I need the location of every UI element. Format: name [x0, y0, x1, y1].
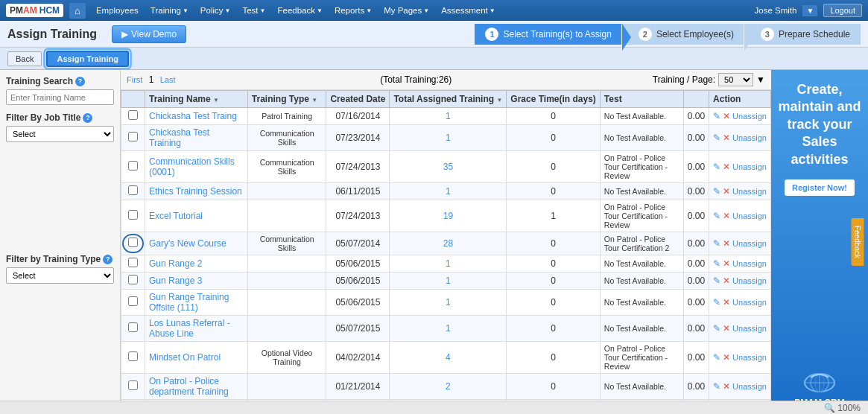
unassign-link-0[interactable]: Unassign [732, 112, 767, 121]
training-link-11[interactable]: On Patrol - Police department Training [149, 376, 229, 397]
step-2[interactable]: 2 Select Employee(s) [622, 24, 744, 45]
nav-assessment[interactable]: Assessment ▼ [437, 3, 500, 18]
edit-icon-0[interactable]: ✎ [713, 111, 720, 121]
search-input[interactable] [7, 90, 114, 104]
nav-training[interactable]: Training ▼ [146, 3, 193, 18]
edit-icon-8[interactable]: ✎ [713, 297, 720, 308]
unassign-link-7[interactable]: Unassign [732, 276, 767, 285]
nav-reports[interactable]: Reports ▼ [330, 3, 376, 18]
unassign-link-4[interactable]: Unassign [732, 211, 767, 220]
delete-icon-4[interactable]: ✕ [723, 211, 730, 221]
nav-test[interactable]: Test ▼ [238, 3, 270, 18]
training-link-1[interactable]: Chickasha Test Training [149, 127, 209, 148]
training-link-3[interactable]: Ethics Training Session [149, 186, 242, 197]
training-link-2[interactable]: Communication Skills (0001) [149, 156, 235, 177]
user-dropdown-button[interactable]: ▼ [802, 5, 817, 16]
delete-icon-11[interactable]: ✕ [723, 381, 730, 392]
feedback-tab[interactable]: Feedback [852, 218, 864, 266]
delete-icon-5[interactable]: ✕ [723, 238, 730, 249]
training-link-8[interactable]: Gun Range Training Offsite (111) [149, 292, 229, 313]
unassign-link-8[interactable]: Unassign [732, 298, 767, 307]
unassign-link-6[interactable]: Unassign [732, 259, 767, 268]
col-total-assigned[interactable]: Total Assigned Training ▼ [390, 91, 507, 108]
delete-icon-1[interactable]: ✕ [723, 133, 730, 143]
row-checkbox-6[interactable] [128, 258, 138, 267]
delete-icon-10[interactable]: ✕ [723, 352, 730, 363]
delete-icon-6[interactable]: ✕ [723, 258, 730, 269]
delete-icon-8[interactable]: ✕ [723, 297, 730, 308]
delete-icon-7[interactable]: ✕ [723, 276, 730, 286]
logout-button[interactable]: Logout [823, 4, 862, 17]
row-checkbox-10[interactable] [128, 351, 138, 361]
nav-feedback[interactable]: Feedback ▼ [273, 3, 326, 18]
unassign-link-5[interactable]: Unassign [732, 239, 767, 248]
pagination-links: First 1 Last [127, 74, 180, 85]
action-cell-4: ✎ ✕ Unassign [709, 200, 771, 232]
unassign-link-3[interactable]: Unassign [732, 187, 767, 196]
nav-policy[interactable]: Policy ▼ [196, 3, 235, 18]
unassign-link-10[interactable]: Unassign [732, 353, 767, 362]
nav-mypages[interactable]: My Pages ▼ [379, 3, 434, 18]
delete-icon-9[interactable]: ✕ [723, 323, 730, 334]
action-cell-11: ✎ ✕ Unassign [709, 374, 771, 400]
unassign-link-9[interactable]: Unassign [732, 324, 767, 333]
nav-employees[interactable]: Employees [92, 3, 143, 18]
training-link-0[interactable]: Chickasha Test Traing [149, 111, 237, 121]
score-cell-8: 0.00 [683, 290, 709, 316]
row-checkbox-11[interactable] [128, 380, 138, 390]
edit-icon-3[interactable]: ✎ [713, 186, 720, 197]
assign-training-button[interactable]: Assign Training [46, 51, 129, 67]
training-link-7[interactable]: Gun Range 3 [149, 276, 202, 286]
unassign-link-1[interactable]: Unassign [732, 133, 767, 142]
training-type-info-icon[interactable]: ? [103, 255, 113, 264]
edit-icon-9[interactable]: ✎ [713, 323, 720, 334]
row-checkbox-5[interactable] [128, 238, 138, 247]
step-1[interactable]: 1 Select Training(s) to Assign [475, 24, 621, 45]
col-training-name[interactable]: Training Name ▼ [145, 91, 248, 108]
home-button[interactable]: ⌂ [69, 3, 86, 19]
col-created-date[interactable]: Created Date [326, 91, 390, 108]
score-cell-10: 0.00 [683, 342, 709, 374]
grace-cell-11: 0 [507, 374, 601, 400]
edit-icon-1[interactable]: ✎ [713, 133, 720, 143]
row-checkbox-3[interactable] [128, 185, 138, 195]
view-demo-button[interactable]: ▶ View Demo [112, 25, 186, 43]
per-page-select[interactable]: 50 25 100 [718, 73, 753, 86]
row-checkbox-1[interactable] [128, 132, 138, 141]
row-checkbox-8[interactable] [128, 296, 138, 306]
delete-icon-0[interactable]: ✕ [723, 111, 730, 121]
row-checkbox-2[interactable] [128, 161, 138, 171]
training-link-4[interactable]: Excel Tutorial [149, 211, 203, 221]
training-link-6[interactable]: Gun Range 2 [149, 258, 202, 269]
edit-icon-10[interactable]: ✎ [713, 352, 720, 363]
unassign-link-2[interactable]: Unassign [732, 162, 767, 171]
edit-icon-5[interactable]: ✎ [713, 238, 720, 249]
training-link-10[interactable]: Mindset On Patrol [149, 352, 221, 363]
delete-icon-3[interactable]: ✕ [723, 186, 730, 197]
delete-icon-2[interactable]: ✕ [723, 162, 730, 172]
training-type-select[interactable]: Select [6, 267, 114, 284]
edit-icon-7[interactable]: ✎ [713, 276, 720, 286]
col-grace-time[interactable]: Grace Time(in days) [507, 91, 601, 108]
col-training-type[interactable]: Training Type ▼ [247, 91, 326, 108]
back-button[interactable]: Back [7, 51, 42, 66]
training-search-info-icon[interactable]: ? [75, 77, 85, 86]
edit-icon-6[interactable]: ✎ [713, 258, 720, 269]
edit-icon-4[interactable]: ✎ [713, 211, 720, 221]
register-button[interactable]: Register Now! [785, 179, 855, 196]
row-checkbox-4[interactable] [128, 210, 138, 220]
first-link[interactable]: First [127, 75, 142, 84]
edit-icon-2[interactable]: ✎ [713, 162, 720, 172]
row-checkbox-0[interactable] [128, 110, 138, 120]
job-title-info-icon[interactable]: ? [83, 113, 92, 123]
row-checkbox-7[interactable] [128, 275, 138, 284]
training-type-cell-6 [247, 255, 326, 273]
edit-icon-11[interactable]: ✎ [713, 381, 720, 392]
step-3[interactable]: 3 Prepare Schedule [744, 24, 861, 45]
row-checkbox-9[interactable] [128, 322, 138, 332]
training-link-9[interactable]: Los Lunas Referral - Abuse Line [149, 318, 230, 339]
unassign-link-11[interactable]: Unassign [732, 382, 767, 391]
last-link[interactable]: Last [160, 75, 176, 84]
job-title-select[interactable]: Select [6, 126, 114, 142]
training-link-5[interactable]: Gary's New Course [149, 238, 226, 249]
